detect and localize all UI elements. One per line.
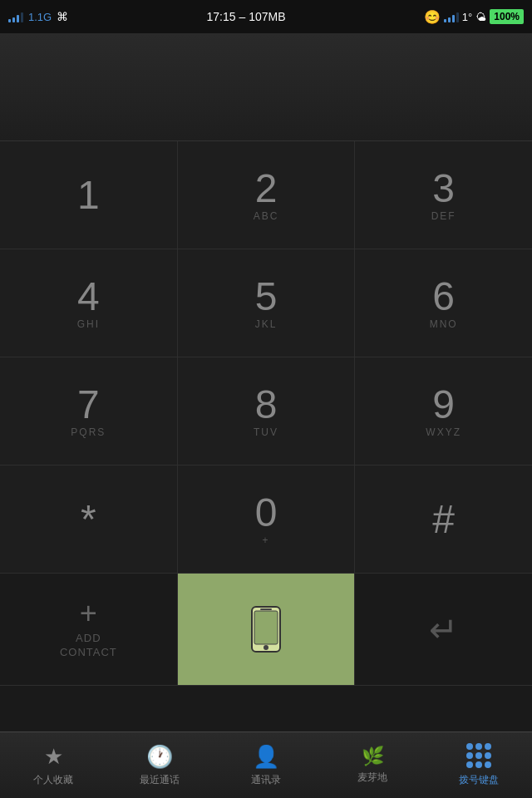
display-area bbox=[0, 33, 532, 141]
tab-bar: ★ 个人收藏 🕐 最近通话 👤 通讯录 🌿 麦芽地 拨号键盘 bbox=[0, 732, 532, 798]
dial-row-1: 1 2 ABC 3 DEF bbox=[0, 141, 532, 249]
add-contact-button[interactable]: + ADD CONTACT bbox=[0, 574, 178, 685]
action-row: + ADD CONTACT ↵ bbox=[0, 574, 532, 686]
key-star[interactable]: * bbox=[0, 466, 178, 573]
dial-row-3: 7 PQRS 8 TUV 9 WXYZ bbox=[0, 357, 532, 466]
dial-row-4: * 0 + # bbox=[0, 466, 532, 574]
tab-recents[interactable]: 🕐 最近通话 bbox=[106, 732, 213, 798]
favorites-label: 个人收藏 bbox=[33, 773, 73, 787]
weather-icon: 🌤 bbox=[475, 11, 486, 23]
delete-button[interactable]: ↵ bbox=[355, 574, 532, 685]
keypad-dots-icon bbox=[466, 743, 491, 768]
key-4[interactable]: 4 GHI bbox=[0, 249, 178, 357]
key-2[interactable]: 2 ABC bbox=[178, 141, 356, 249]
key-7[interactable]: 7 PQRS bbox=[0, 357, 178, 465]
key-9[interactable]: 9 WXYZ bbox=[355, 357, 532, 465]
recents-label: 最近通话 bbox=[140, 773, 180, 787]
key-6[interactable]: 6 MNO bbox=[355, 249, 532, 357]
backspace-icon: ↵ bbox=[429, 609, 458, 650]
tab-keypad[interactable]: 拨号键盘 bbox=[426, 732, 532, 798]
add-contact-label: ADD CONTACT bbox=[60, 632, 117, 660]
svg-rect-1 bbox=[254, 611, 278, 644]
svg-rect-3 bbox=[260, 608, 272, 610]
maiyadi-label: 麦芽地 bbox=[357, 771, 387, 785]
key-8[interactable]: 8 TUV bbox=[178, 357, 356, 465]
keypad-label: 拨号键盘 bbox=[459, 773, 499, 787]
key-3[interactable]: 3 DEF bbox=[355, 141, 532, 249]
wifi-icon: ⌘ bbox=[57, 10, 68, 23]
temperature: 1° bbox=[462, 11, 472, 23]
tab-favorites[interactable]: ★ 个人收藏 bbox=[0, 732, 106, 798]
tab-maiyadi[interactable]: 🌿 麦芽地 bbox=[319, 732, 426, 798]
dialpad: 1 2 ABC 3 DEF 4 GHI 5 JKL 6 MNO 7 PQRS bbox=[0, 141, 532, 686]
dial-row-2: 4 GHI 5 JKL 6 MNO bbox=[0, 249, 532, 357]
signal-icon bbox=[8, 11, 23, 22]
maiyadi-icon: 🌿 bbox=[362, 746, 384, 767]
contacts-label: 通讯录 bbox=[251, 773, 281, 787]
svg-point-2 bbox=[264, 645, 268, 650]
qq-icon: 😊 bbox=[424, 9, 441, 25]
call-button[interactable] bbox=[178, 574, 356, 685]
status-bar: 1.1G ⌘ 17:15 – 107MB 😊 1° 🌤 100% bbox=[0, 0, 532, 33]
lte-signal-icon bbox=[444, 11, 459, 22]
contacts-icon: 👤 bbox=[253, 744, 279, 770]
network-type: 1.1G bbox=[28, 11, 52, 23]
recents-icon: 🕐 bbox=[146, 744, 173, 770]
favorites-icon: ★ bbox=[44, 744, 63, 770]
phone-icon bbox=[237, 600, 295, 658]
key-1[interactable]: 1 bbox=[0, 141, 178, 249]
tab-contacts[interactable]: 👤 通讯录 bbox=[213, 732, 319, 798]
key-0[interactable]: 0 + bbox=[178, 466, 356, 573]
key-hash[interactable]: # bbox=[355, 466, 532, 573]
battery-indicator: 100% bbox=[490, 9, 524, 24]
status-left: 1.1G ⌘ bbox=[8, 10, 68, 23]
plus-icon: + bbox=[80, 598, 97, 628]
clock: 17:15 – 107MB bbox=[207, 10, 286, 23]
key-5[interactable]: 5 JKL bbox=[178, 249, 356, 357]
status-right: 😊 1° 🌤 100% bbox=[424, 9, 524, 25]
